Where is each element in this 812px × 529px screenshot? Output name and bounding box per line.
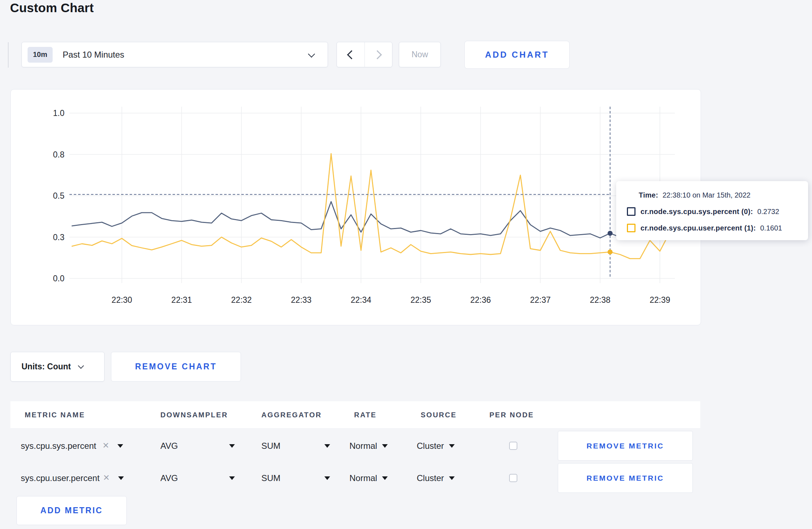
svg-text:22:35: 22:35 (411, 295, 431, 305)
caret-down-icon (449, 476, 455, 480)
svg-text:22:39: 22:39 (649, 295, 670, 305)
svg-text:0.8: 0.8 (53, 150, 64, 159)
custom-chart-plot[interactable]: 1.00.80.50.30.022:3022:3122:3222:3322:34… (11, 89, 701, 325)
metric-name-value: sys.cpu.user.percent (21, 473, 100, 483)
units-select[interactable]: Units: Count (10, 352, 105, 382)
source-value: Cluster (417, 473, 444, 483)
tooltip-series-label: cr.node.sys.cpu.sys.percent (0): (641, 208, 753, 216)
remove-metric-button[interactable]: REMOVE METRIC (558, 463, 693, 493)
tooltip-time-value: 22:38:10 on Mar 15th, 2022 (662, 191, 750, 199)
svg-text:22:33: 22:33 (291, 295, 312, 305)
svg-text:22:37: 22:37 (530, 295, 551, 305)
col-rate: RATE (354, 411, 377, 419)
source-select[interactable]: Cluster (417, 463, 455, 493)
series-swatch-sys-icon (627, 207, 635, 216)
clear-metric-icon[interactable]: × (103, 472, 110, 483)
svg-text:22:30: 22:30 (112, 295, 132, 305)
metric-row: sys.cpu.sys.percent × AVG SUM Normal Clu… (10, 431, 700, 461)
rate-select[interactable]: Normal (349, 463, 388, 493)
tooltip-series-label: cr.node.sys.cpu.user.percent (1): (641, 224, 756, 232)
svg-text:0.3: 0.3 (53, 233, 64, 242)
col-metric-name: METRIC NAME (25, 411, 85, 419)
col-downsampler: DOWNSAMPLER (160, 411, 228, 419)
caret-down-icon (229, 476, 235, 480)
rate-select[interactable]: Normal (349, 431, 388, 461)
caret-down-icon (117, 444, 123, 448)
caret-down-icon (324, 476, 330, 480)
now-button[interactable]: Now (399, 42, 441, 67)
col-source: SOURCE (421, 411, 457, 419)
time-range-select[interactable]: 10m Past 10 Minutes (21, 42, 328, 67)
chart-tooltip: Time: 22:38:10 on Mar 15th, 2022 cr.node… (616, 181, 808, 240)
svg-text:22:32: 22:32 (231, 295, 252, 305)
per-node-cell (509, 431, 517, 461)
chevron-left-icon (347, 50, 356, 59)
units-label: Units: Count (21, 362, 71, 372)
svg-text:22:34: 22:34 (351, 295, 372, 305)
aggregator-select[interactable]: SUM (261, 431, 280, 461)
add-chart-button[interactable]: ADD CHART (464, 41, 570, 69)
chevron-down-icon (308, 50, 315, 58)
metric-name-select[interactable]: sys.cpu.user.percent × (21, 463, 124, 493)
per-node-cell (509, 463, 517, 493)
svg-text:0.0: 0.0 (53, 274, 64, 283)
caret-down-icon (229, 444, 235, 448)
chevron-down-icon (78, 363, 84, 369)
source-select[interactable]: Cluster (417, 431, 455, 461)
caret-down-icon (118, 476, 124, 480)
svg-text:22:36: 22:36 (470, 295, 491, 305)
tooltip-series-value: 0.2732 (757, 208, 779, 216)
caret-down-icon (382, 476, 388, 480)
add-metric-button[interactable]: ADD METRIC (16, 496, 127, 525)
per-node-checkbox[interactable] (509, 474, 517, 482)
series-swatch-user-icon (627, 224, 635, 232)
svg-text:0.5: 0.5 (53, 191, 64, 200)
rate-value: Normal (349, 473, 377, 483)
metric-row: sys.cpu.user.percent × AVG SUM Normal Cl… (10, 463, 700, 493)
caret-down-icon (382, 444, 388, 448)
time-range-badge: 10m (28, 47, 53, 63)
tooltip-series-value: 0.1601 (760, 224, 782, 232)
metric-name-value: sys.cpu.sys.percent (21, 441, 96, 451)
next-time-button[interactable] (364, 42, 392, 67)
prev-time-button[interactable] (337, 42, 364, 67)
rate-value: Normal (349, 441, 377, 451)
page-title: Custom Chart (10, 1, 94, 15)
clear-metric-icon[interactable]: × (103, 440, 109, 451)
caret-down-icon (449, 444, 455, 448)
toolbar-divider (8, 42, 9, 68)
chart-panel: 1.00.80.50.30.022:3022:3122:3222:3322:34… (10, 89, 701, 325)
remove-chart-button[interactable]: REMOVE CHART (111, 352, 241, 382)
metrics-table-header: METRIC NAME DOWNSAMPLER AGGREGATOR RATE … (10, 401, 700, 428)
downsampler-value: AVG (160, 473, 178, 483)
downsampler-select[interactable]: AVG (160, 431, 178, 461)
svg-text:22:31: 22:31 (171, 295, 192, 305)
col-aggregator: AGGREGATOR (261, 411, 322, 419)
source-value: Cluster (417, 441, 444, 451)
caret-down-icon (324, 444, 330, 448)
aggregator-value: SUM (261, 441, 280, 451)
time-range-label: Past 10 Minutes (63, 50, 124, 60)
svg-text:22:38: 22:38 (590, 295, 610, 305)
aggregator-select[interactable]: SUM (261, 463, 280, 493)
chevron-right-icon (373, 50, 382, 59)
remove-metric-button[interactable]: REMOVE METRIC (558, 431, 693, 461)
col-per-node: PER NODE (489, 411, 534, 419)
svg-text:1.0: 1.0 (53, 108, 64, 118)
downsampler-value: AVG (160, 441, 178, 451)
per-node-checkbox[interactable] (509, 442, 517, 450)
metric-name-select[interactable]: sys.cpu.sys.percent × (21, 431, 123, 461)
time-nav-group (337, 42, 392, 67)
downsampler-select[interactable]: AVG (160, 463, 178, 493)
tooltip-time-label: Time: (639, 191, 658, 199)
aggregator-value: SUM (261, 473, 280, 483)
